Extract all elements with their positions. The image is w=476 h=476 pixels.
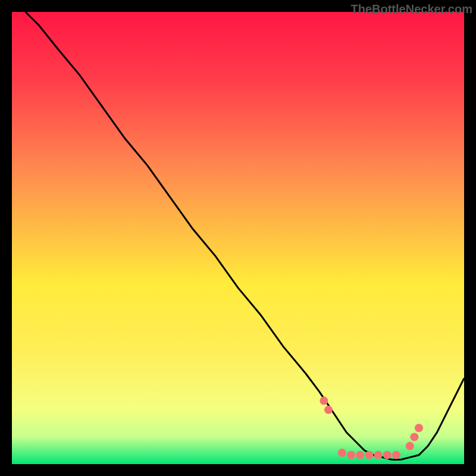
marker-dot <box>338 449 346 457</box>
gradient-background <box>12 12 464 464</box>
marker-dot <box>347 451 355 459</box>
marker-dot <box>383 451 392 459</box>
marker-dot <box>406 442 414 450</box>
chart-container <box>12 12 464 464</box>
marker-dot <box>410 433 418 441</box>
chart-svg <box>12 12 464 464</box>
marker-dot <box>392 451 400 459</box>
marker-dot <box>374 451 383 459</box>
marker-dot <box>320 397 328 405</box>
marker-dot <box>356 451 364 459</box>
marker-dot <box>324 406 333 414</box>
marker-dot <box>415 424 423 432</box>
marker-dot <box>365 451 373 459</box>
watermark-text: TheBottleNecker.com <box>350 2 472 16</box>
